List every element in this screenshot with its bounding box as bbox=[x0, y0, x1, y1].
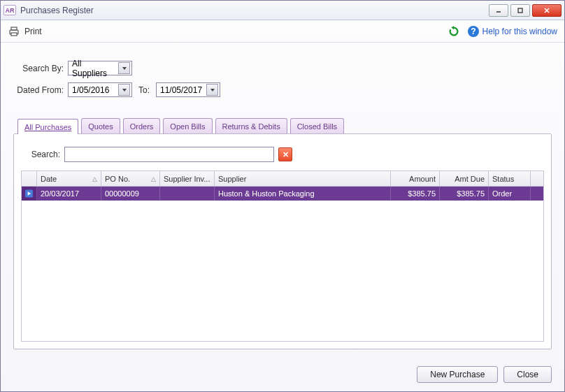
new-purchase-button[interactable]: New Purchase bbox=[417, 366, 498, 383]
close-button[interactable] bbox=[532, 4, 562, 17]
grid-col-amt-due[interactable]: Amt Due bbox=[440, 171, 489, 186]
tab-orders[interactable]: Orders bbox=[123, 118, 161, 133]
row-supplier: Huston & Huston Packaging bbox=[215, 187, 391, 201]
row-open-icon[interactable] bbox=[22, 187, 37, 201]
svg-marker-11 bbox=[122, 89, 127, 92]
clear-search-button[interactable]: ✕ bbox=[278, 147, 292, 161]
search-by-row: Search By: All Suppliers bbox=[13, 61, 552, 75]
footer: New Purchase Close bbox=[1, 358, 564, 391]
row-end bbox=[531, 187, 543, 201]
help-icon: ? bbox=[467, 25, 480, 38]
refresh-button[interactable] bbox=[448, 25, 460, 38]
tab-closed-bills[interactable]: Closed Bills bbox=[290, 118, 344, 133]
svg-text:?: ? bbox=[471, 27, 475, 36]
minimize-button[interactable] bbox=[489, 4, 508, 17]
row-date: 20/03/2017 bbox=[37, 187, 101, 201]
to-label: To: bbox=[136, 85, 152, 95]
grid-col-supplier-inv[interactable]: Supplier Inv... bbox=[160, 171, 215, 186]
svg-rect-1 bbox=[518, 8, 522, 13]
tab-all-purchases[interactable]: All Purchases bbox=[17, 119, 78, 134]
dated-to-value: 11/05/2017 bbox=[160, 85, 202, 95]
dated-from-input[interactable]: 1/05/2016 bbox=[68, 82, 132, 97]
grid-col-date[interactable]: Date△ bbox=[37, 171, 101, 186]
content-area: Search By: All Suppliers Dated From: 1/0… bbox=[1, 43, 564, 358]
search-row: Search: ✕ bbox=[25, 147, 540, 162]
tab-returns-debits[interactable]: Returns & Debits bbox=[215, 118, 287, 133]
row-amount: $385.75 bbox=[391, 187, 440, 201]
svg-rect-6 bbox=[11, 33, 17, 36]
close-page-button[interactable]: Close bbox=[503, 366, 552, 383]
chevron-down-icon bbox=[206, 84, 218, 96]
purchases-register-window: AR Purchases Register Print ? bbox=[0, 0, 565, 392]
maximize-button[interactable] bbox=[510, 4, 530, 17]
row-supplier-inv bbox=[160, 187, 215, 201]
results-panel: Search: ✕ Date△ PO No.△ Supplier Inv... … bbox=[13, 133, 552, 349]
search-by-value: All Suppliers bbox=[72, 59, 118, 78]
row-po-no: 00000009 bbox=[101, 187, 160, 201]
tabs: All Purchases Quotes Orders Open Bills R… bbox=[13, 118, 552, 133]
purchases-grid: Date△ PO No.△ Supplier Inv... Supplier A… bbox=[21, 170, 544, 342]
sort-asc-icon: △ bbox=[92, 175, 97, 182]
dated-from-value: 1/05/2016 bbox=[72, 85, 109, 95]
print-label: Print bbox=[24, 27, 42, 36]
tab-quotes[interactable]: Quotes bbox=[81, 118, 120, 133]
grid-col-actions[interactable] bbox=[22, 171, 37, 186]
table-row[interactable]: 20/03/2017 00000009 Huston & Huston Pack… bbox=[22, 187, 543, 201]
svg-marker-10 bbox=[122, 67, 127, 70]
search-by-label: Search By: bbox=[13, 64, 64, 73]
app-badge-icon: AR bbox=[3, 5, 16, 15]
print-icon bbox=[8, 25, 20, 38]
close-icon: ✕ bbox=[282, 150, 289, 159]
window-title: Purchases Register bbox=[20, 6, 94, 15]
grid-col-amount[interactable]: Amount bbox=[391, 171, 440, 186]
search-input[interactable] bbox=[64, 147, 274, 162]
grid-col-po-no[interactable]: PO No.△ bbox=[101, 171, 160, 186]
grid-col-end bbox=[531, 171, 543, 186]
dated-to-input[interactable]: 11/05/2017 bbox=[156, 82, 220, 97]
row-amt-due: $385.75 bbox=[440, 187, 489, 201]
refresh-icon bbox=[448, 25, 460, 38]
svg-marker-7 bbox=[451, 25, 454, 29]
titlebar: AR Purchases Register bbox=[1, 1, 564, 20]
chevron-down-icon bbox=[118, 62, 130, 74]
row-status: Order bbox=[489, 187, 531, 201]
sort-asc-icon: △ bbox=[151, 175, 156, 182]
svg-rect-5 bbox=[11, 27, 17, 30]
grid-header: Date△ PO No.△ Supplier Inv... Supplier A… bbox=[22, 171, 543, 187]
dated-from-label: Dated From: bbox=[13, 85, 64, 95]
grid-col-supplier[interactable]: Supplier bbox=[215, 171, 391, 186]
toolbar: Print ? Help for this window bbox=[1, 20, 564, 43]
help-button[interactable]: ? Help for this window bbox=[467, 25, 557, 38]
tab-open-bills[interactable]: Open Bills bbox=[163, 118, 212, 133]
search-by-combo[interactable]: All Suppliers bbox=[68, 61, 132, 75]
grid-col-status[interactable]: Status bbox=[489, 171, 531, 186]
search-label: Search: bbox=[25, 150, 60, 159]
chevron-down-icon bbox=[118, 84, 130, 96]
help-label: Help for this window bbox=[482, 27, 557, 36]
svg-marker-12 bbox=[210, 89, 215, 92]
date-range-row: Dated From: 1/05/2016 To: 11/05/2017 bbox=[13, 82, 552, 97]
print-button[interactable]: Print bbox=[8, 25, 42, 38]
